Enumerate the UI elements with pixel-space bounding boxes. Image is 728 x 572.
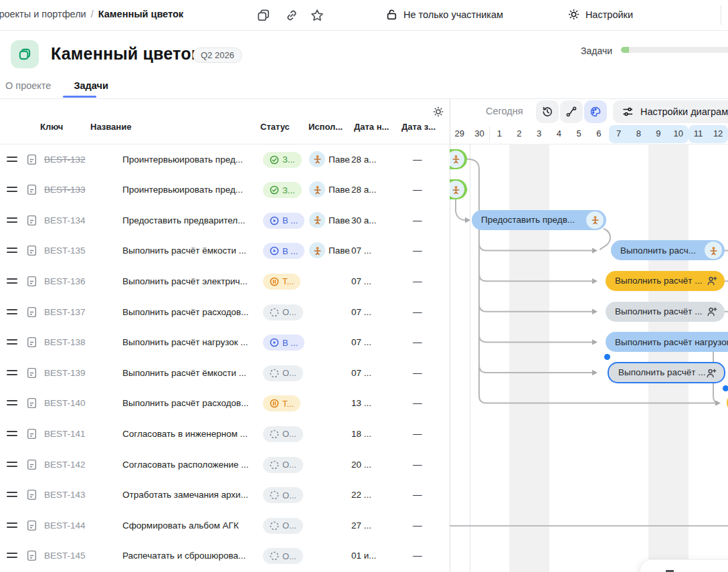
visibility-button[interactable]: Не только участникам xyxy=(385,8,503,21)
task-key[interactable]: BEST-132 xyxy=(44,155,86,165)
gantt-bar[interactable]: Выполнить расчёт ... xyxy=(606,302,725,322)
drag-handle[interactable] xyxy=(7,187,17,193)
task-name[interactable]: Проинтервьюировать пред... xyxy=(122,185,256,195)
task-name[interactable]: Выполнить расчёт электрич... xyxy=(122,276,256,286)
task-name[interactable]: Выполнить расчёт ёмкости ... xyxy=(122,246,256,256)
drag-handle[interactable] xyxy=(7,492,17,498)
status-badge[interactable]: З... xyxy=(263,182,302,198)
date-cell[interactable]: 9 xyxy=(648,128,668,138)
table-row[interactable]: BEST-137Выполнить расчёт расходов...О...… xyxy=(0,297,450,328)
status-badge[interactable]: О... xyxy=(263,457,303,473)
status-badge[interactable]: В ... xyxy=(263,213,304,229)
drag-handle[interactable] xyxy=(7,217,17,224)
floating-card[interactable] xyxy=(640,559,728,572)
task-name[interactable]: Распечатать и сброшюрова... xyxy=(122,551,256,561)
task-name[interactable]: Согласовать в инженерном ... xyxy=(122,429,256,439)
table-row[interactable]: BEST-139Выполнить расчёт ёмкости ...О...… xyxy=(0,358,450,389)
table-row[interactable]: BEST-133Проинтервьюировать пред...З...Па… xyxy=(0,175,450,205)
table-row[interactable]: BEST-136Выполнить расчёт электрич...Т...… xyxy=(0,266,450,297)
add-assignee-icon[interactable] xyxy=(707,276,717,286)
table-row[interactable]: BEST-140Выполнить расчёт расходов...Т...… xyxy=(0,388,450,419)
column-header[interactable]: Дата н... xyxy=(354,122,389,132)
today-button[interactable]: Сегодня xyxy=(486,106,523,116)
status-badge[interactable]: В ... xyxy=(263,335,304,351)
date-cell[interactable]: 5 xyxy=(569,128,589,138)
status-badge[interactable]: О... xyxy=(263,518,303,534)
breadcrumb-root[interactable]: Проекты и портфели xyxy=(0,9,86,19)
status-badge[interactable]: О... xyxy=(263,548,303,564)
drag-handle[interactable] xyxy=(7,157,17,163)
task-key[interactable]: BEST-134 xyxy=(44,215,86,225)
table-row[interactable]: BEST-144Сформировать альбом АГКО...27 ..… xyxy=(0,510,450,541)
table-row[interactable]: BEST-142Согласовать расположение ...О...… xyxy=(0,450,450,480)
gantt-bar[interactable]: Выполнить расчёт нагрузок ... xyxy=(606,332,728,352)
connection-handle-dot[interactable] xyxy=(723,385,728,391)
column-header[interactable]: Ключ xyxy=(40,122,63,132)
gantt-chart[interactable]: Предоставить предв...Выполнить расч...Вы… xyxy=(450,144,728,572)
column-header[interactable]: Название xyxy=(90,122,131,132)
drag-handle[interactable] xyxy=(7,248,17,254)
task-key[interactable]: BEST-141 xyxy=(44,429,86,439)
date-cell[interactable]: 29 xyxy=(450,128,470,138)
date-cell[interactable]: 30 xyxy=(470,128,490,138)
column-header[interactable]: Испол... xyxy=(308,122,343,132)
drag-handle[interactable] xyxy=(7,553,17,559)
task-key[interactable]: BEST-143 xyxy=(44,490,86,500)
date-cell[interactable]: 8 xyxy=(628,128,648,138)
task-key[interactable]: BEST-144 xyxy=(44,520,86,531)
gantt-bar[interactable]: Выполнить расчёт ... xyxy=(608,362,725,383)
drag-handle[interactable] xyxy=(7,400,17,407)
gantt-bar[interactable] xyxy=(450,179,467,199)
table-row[interactable]: BEST-141Согласовать в инженерном ...О...… xyxy=(0,419,450,450)
gantt-bar[interactable] xyxy=(450,149,467,169)
date-cell[interactable]: 6 xyxy=(589,128,609,138)
task-name[interactable]: Отработать замечания архи... xyxy=(122,490,256,500)
task-name[interactable]: Предоставить предварител... xyxy=(122,215,256,225)
settings-button[interactable]: Настройки xyxy=(567,8,633,21)
dependencies-icon[interactable] xyxy=(560,100,583,123)
date-cell[interactable]: 12 xyxy=(708,128,728,138)
task-name[interactable]: Выполнить расчёт расходов... xyxy=(122,307,256,317)
status-badge[interactable]: Т... xyxy=(263,274,300,290)
date-cell[interactable]: 4 xyxy=(549,128,569,138)
column-header[interactable]: Статус xyxy=(260,122,290,132)
history-icon[interactable] xyxy=(536,100,559,123)
gantt-bar[interactable]: Выполнить расч... xyxy=(611,240,725,260)
task-key[interactable]: BEST-137 xyxy=(44,307,86,317)
table-row[interactable]: BEST-138Выполнить расчёт нагрузок ...В .… xyxy=(0,327,450,358)
task-key[interactable]: BEST-145 xyxy=(44,551,86,561)
date-cell[interactable]: 1 xyxy=(489,128,509,138)
task-name[interactable]: Выполнить расчёт нагрузок ... xyxy=(122,337,256,347)
gantt-bar[interactable]: Предоставить предв... xyxy=(472,210,606,230)
status-badge[interactable]: О... xyxy=(263,304,303,320)
status-badge[interactable]: Т... xyxy=(263,395,300,411)
status-badge[interactable]: В ... xyxy=(263,243,304,259)
task-key[interactable]: BEST-139 xyxy=(44,368,86,378)
status-badge[interactable]: О... xyxy=(263,365,303,381)
drag-handle[interactable] xyxy=(7,309,17,316)
table-row[interactable]: BEST-145Распечатать и сброшюрова...О...0… xyxy=(0,541,450,571)
drag-handle[interactable] xyxy=(7,462,17,468)
status-badge[interactable]: З... xyxy=(263,152,302,168)
date-cell[interactable]: 7 xyxy=(609,128,629,138)
star-icon[interactable] xyxy=(310,8,325,23)
table-row[interactable]: BEST-135Выполнить расчёт ёмкости ...В ..… xyxy=(0,235,450,266)
task-name[interactable]: Проинтервьюировать пред... xyxy=(122,155,256,165)
task-key[interactable]: BEST-133 xyxy=(44,185,86,195)
task-key[interactable]: BEST-138 xyxy=(44,337,86,347)
diagram-settings-button[interactable]: Настройки диаграмм xyxy=(613,100,728,123)
task-name[interactable]: Выполнить расчёт ёмкости ... xyxy=(122,368,256,378)
drag-handle[interactable] xyxy=(7,522,17,529)
gantt-bar[interactable]: Выполнить расчёт ... xyxy=(606,271,725,291)
add-assignee-icon[interactable] xyxy=(707,306,717,317)
status-badge[interactable]: О... xyxy=(263,426,303,442)
drag-handle[interactable] xyxy=(7,339,17,346)
breadcrumb-current[interactable]: Каменный цветок xyxy=(98,9,183,19)
table-settings-gear-icon[interactable] xyxy=(432,106,444,118)
task-key[interactable]: BEST-136 xyxy=(44,276,86,286)
drag-handle[interactable] xyxy=(7,431,17,438)
copy-icon[interactable] xyxy=(256,8,271,23)
table-row[interactable]: BEST-143Отработать замечания архи...О...… xyxy=(0,480,450,510)
link-icon[interactable] xyxy=(284,8,299,23)
column-header[interactable]: Дата з... xyxy=(401,122,436,132)
